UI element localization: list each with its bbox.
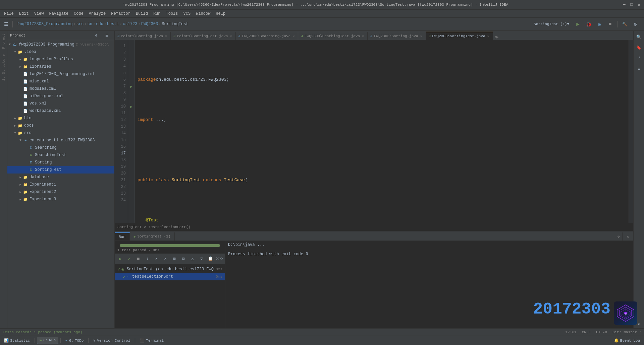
menu-item-navigate[interactable]: Navigate <box>46 10 71 17</box>
run-collapse-btn[interactable]: ⊟ <box>179 254 187 264</box>
tree-item-database[interactable]: ▶ 📁 database <box>7 174 114 181</box>
tab-close-btn[interactable]: ✕ <box>292 34 295 38</box>
tree-item-inspection[interactable]: ▶ 📁 inspectionProfiles <box>7 56 114 63</box>
menu-item-help[interactable]: Help <box>213 10 228 17</box>
tree-item-exp1[interactable]: ▶ 📁 Experiment1 <box>7 181 114 188</box>
tree-item-sorting[interactable]: ▶ C Sorting <box>7 159 114 166</box>
tree-item-iml[interactable]: ▶ 📄 fwq20172303_Programming.iml <box>7 70 114 78</box>
tree-item-exp2[interactable]: ▶ 📁 Experiment2 <box>7 188 114 196</box>
tree-item-libraries[interactable]: ▶ 📁 libraries <box>7 63 114 70</box>
close-button[interactable]: ✕ <box>637 2 641 7</box>
right-git-btn[interactable]: ⑂ <box>634 54 644 63</box>
menu-item-code[interactable]: Code <box>71 10 86 17</box>
run-filter-pass[interactable]: ✓ <box>152 254 161 264</box>
tree-item-searchingtest[interactable]: ▶ C SearchingTest <box>7 151 114 159</box>
tab-close-btn[interactable]: ✕ <box>487 34 490 38</box>
taskbar-terminal[interactable]: ⬛ Terminal <box>137 337 166 344</box>
run-filter-fail[interactable]: ✕ <box>161 254 170 264</box>
run-more-btn[interactable]: >>> <box>215 254 224 264</box>
menu-item-build[interactable]: Build <box>133 10 151 17</box>
run-next-btn[interactable]: ▽ <box>197 254 206 264</box>
tab-point1-sortingtest[interactable]: J Point1\SortingTest.java ✕ <box>171 32 235 40</box>
tab-close-btn[interactable]: ✕ <box>164 34 168 38</box>
run-stop-btn[interactable]: ■ <box>134 254 143 264</box>
run-prev-btn[interactable]: △ <box>188 254 197 264</box>
stop-button[interactable]: ■ <box>605 19 615 29</box>
sidebar-structure-icon[interactable]: 1: Structure <box>1 53 6 82</box>
tree-item-src[interactable]: ▼ 📁 src <box>7 129 114 137</box>
tree-item-workspace[interactable]: ▶ 📄 workspace.xml <box>7 107 114 115</box>
tree-item-uidesigner[interactable]: ▶ 📄 uiDesigner.xml <box>7 92 114 100</box>
breadcrumb-project[interactable]: fwq20172303_Programming <box>17 22 73 26</box>
breadcrumb-src[interactable]: src <box>76 22 84 26</box>
bottom-tab-run[interactable]: Run <box>115 232 130 240</box>
tree-item-vcs[interactable]: ▶ 📄 vcs.xml <box>7 100 114 107</box>
menu-item-file[interactable]: File <box>1 10 16 17</box>
menu-item-analyze[interactable]: Analyze <box>86 10 108 17</box>
toolbar-project-btn[interactable]: ☰ <box>1 19 11 29</box>
tab-fwq-sortingtest[interactable]: J FWQ2303\SortingTest.java ✕ <box>426 32 493 40</box>
tree-item-searching[interactable]: ▶ C Searching <box>7 144 114 151</box>
tree-item-sortingtest[interactable]: ▶ C SortingTest <box>7 166 114 174</box>
project-gear[interactable]: ⚙ <box>92 31 101 40</box>
tab-fwq-searhingtest[interactable]: J FWQ2303\SearhingTest.java ✕ <box>298 32 368 40</box>
run-class-item[interactable]: ✓ ◉ SortingTest (cn.edu.besti.cs1723.FWQ… <box>115 266 225 273</box>
minimize-button[interactable]: ─ <box>622 2 627 7</box>
run-export-btn[interactable]: 📋 <box>206 254 215 264</box>
right-search-btn[interactable]: 🔍 <box>634 32 644 42</box>
run-check-btn[interactable]: ✓ <box>125 254 133 264</box>
sidebar-project-icon[interactable]: Project <box>1 32 6 50</box>
run-method-item[interactable]: ✓ ○ testselectionSort 0ms <box>115 273 225 280</box>
tree-item-package[interactable]: ▼ ◼ cn.edu.besti.cs1723.FWQ2303 <box>7 137 114 144</box>
bottom-tab-close[interactable]: ✕ <box>623 232 633 240</box>
run-sort-btn[interactable]: ↕ <box>143 254 152 264</box>
menu-item-view[interactable]: View <box>32 10 47 17</box>
tree-item-exp3[interactable]: ▶ 📁 Experiment3 <box>7 196 114 203</box>
taskbar-version-control[interactable]: ⑂ Version Control <box>91 337 133 344</box>
tab-point1-sorting[interactable]: J Point1\Sorting.java ✕ <box>115 32 171 40</box>
settings-button[interactable]: ⚙ <box>631 19 640 29</box>
breadcrumb-edu[interactable]: edu <box>96 22 103 26</box>
menu-item-run[interactable]: Run <box>151 10 163 17</box>
menu-item-vcs[interactable]: VCS <box>181 10 194 17</box>
run-all-btn[interactable]: ▶ <box>116 254 124 264</box>
tab-more-btn[interactable]: ≫ <box>493 35 500 40</box>
menu-item-tools[interactable]: Tools <box>163 10 181 17</box>
debug-button[interactable]: 🐞 <box>584 19 593 29</box>
tab-fwq-sorting[interactable]: J FWQ2303\Sorting.java ✕ <box>368 32 426 40</box>
right-bookmark-btn[interactable]: 🔖 <box>634 43 644 52</box>
bottom-tab-sortingtest[interactable]: ▶ SortingTest (1) <box>130 232 175 240</box>
code-content[interactable]: package cn.edu.besti.cs1723.FWQ2303; imp… <box>135 40 629 223</box>
taskbar-run[interactable]: ▶ 6: Run <box>37 337 58 344</box>
run-expand-btn[interactable]: ⊞ <box>170 254 179 264</box>
tree-item-root[interactable]: ▼ 🗂 fwq20172303_Programming C:\Users\453… <box>7 41 114 48</box>
breadcrumb-cs1723[interactable]: cs1723 <box>123 22 137 26</box>
taskbar-todo[interactable]: ✔ 6: TODo <box>63 337 86 344</box>
tree-item-misc[interactable]: ▶ 📄 misc.xml <box>7 78 114 85</box>
menu-item-window[interactable]: Window <box>193 10 213 17</box>
run-class-gutter[interactable]: ▶ <box>128 83 135 90</box>
run-method-gutter[interactable]: ▶ <box>128 103 135 110</box>
project-options[interactable]: ☰ <box>102 31 112 40</box>
run-config-selector[interactable]: SortingTest (1) ▼ <box>531 19 572 29</box>
tab-close-btn[interactable]: ✕ <box>361 34 365 38</box>
tree-item-idea[interactable]: ▼ 📁 .idea <box>7 48 114 56</box>
tree-item-modules[interactable]: ▶ 📄 modules.xml <box>7 85 114 92</box>
tab-close-btn[interactable]: ✕ <box>420 34 423 38</box>
run-with-coverage[interactable]: ◉ <box>595 19 604 29</box>
right-more-btn[interactable]: ≡ <box>634 64 644 74</box>
tab-close-btn[interactable]: ✕ <box>229 34 233 38</box>
taskbar-event-log[interactable]: 🔔 Event Log <box>611 337 643 344</box>
breadcrumb-fwq[interactable]: FWQ2303 <box>141 22 158 26</box>
build-button[interactable]: 🔨 <box>620 19 629 29</box>
tab-fwq-searching[interactable]: J FWQ2303\Searching.java ✕ <box>236 32 299 40</box>
menu-item-refactor[interactable]: Refactor <box>108 10 133 17</box>
breadcrumb-cn[interactable]: cn <box>88 22 92 26</box>
menu-item-edit[interactable]: Edit <box>16 10 32 17</box>
tree-item-docs[interactable]: ▶ 📁 docs <box>7 122 114 129</box>
bottom-tab-settings[interactable]: ⚙ <box>615 232 623 240</box>
taskbar-statistic[interactable]: 📊 Statistic <box>1 337 33 344</box>
tree-item-bin[interactable]: ▶ 📁 bin <box>7 115 114 122</box>
run-button[interactable]: ▶ <box>573 19 583 29</box>
breadcrumb-besti[interactable]: besti <box>107 22 119 26</box>
